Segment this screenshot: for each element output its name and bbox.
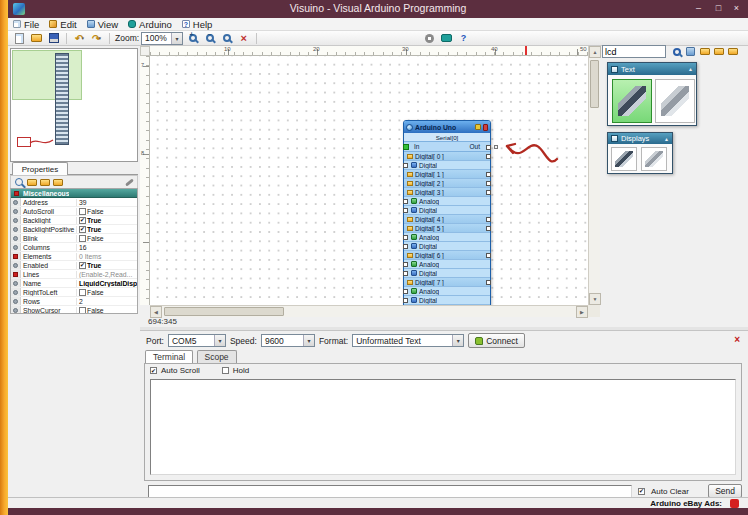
upload-to-arduino-button[interactable] bbox=[439, 32, 454, 45]
minimize-button[interactable]: – bbox=[689, 1, 708, 15]
property-checkbox[interactable] bbox=[79, 217, 86, 224]
wrench-icon[interactable] bbox=[475, 124, 481, 130]
input-connector[interactable] bbox=[403, 199, 408, 204]
menu-edit[interactable]: Edit bbox=[44, 18, 81, 31]
input-connector[interactable] bbox=[403, 235, 408, 240]
output-connector[interactable] bbox=[486, 253, 491, 258]
search-properties-button[interactable] bbox=[14, 178, 24, 187]
toolbox-item-text[interactable] bbox=[655, 79, 695, 123]
serial-channel-header[interactable]: Serial[0] bbox=[404, 133, 490, 142]
hold-checkbox[interactable] bbox=[222, 367, 229, 374]
settings-button[interactable] bbox=[422, 32, 437, 45]
pin-row[interactable]: Digital bbox=[404, 242, 490, 251]
flat-view-button[interactable] bbox=[726, 45, 739, 58]
collapse-categories-button[interactable] bbox=[698, 45, 711, 58]
design-canvas[interactable]: Arduino Uno Serial[0] In Out Digital[ 0 … bbox=[150, 56, 588, 305]
scrollbar-thumb[interactable] bbox=[164, 307, 284, 316]
tab-scope[interactable]: Scope bbox=[197, 350, 237, 363]
property-checkbox[interactable] bbox=[79, 235, 86, 242]
category-header[interactable]: Text ▲ bbox=[608, 63, 696, 75]
pin-marker-icon[interactable] bbox=[483, 124, 488, 131]
property-checkbox[interactable] bbox=[79, 226, 86, 233]
input-connector[interactable] bbox=[403, 289, 408, 294]
output-connector[interactable] bbox=[486, 154, 491, 159]
pin-row[interactable]: Digital bbox=[404, 206, 490, 215]
channel-row[interactable]: Digital[ 6 ] bbox=[404, 251, 490, 260]
property-checkbox[interactable] bbox=[79, 289, 86, 296]
redo-button[interactable]: ↷▾ bbox=[89, 32, 104, 45]
pin-row[interactable]: Analog bbox=[404, 233, 490, 242]
collapse-icon[interactable]: ▲ bbox=[688, 66, 693, 72]
tab-properties[interactable]: Properties bbox=[12, 162, 68, 175]
send-button[interactable]: Send bbox=[708, 484, 742, 498]
port-combobox[interactable]: COM5▾ bbox=[168, 334, 226, 347]
pin-row[interactable]: Analog bbox=[404, 287, 490, 296]
pin-row[interactable]: Digital bbox=[404, 269, 490, 278]
component-header[interactable]: Arduino Uno bbox=[404, 121, 490, 133]
arduino-uno-component[interactable]: Arduino Uno Serial[0] In Out Digital[ 0 … bbox=[403, 120, 491, 305]
scroll-down-icon[interactable]: ▼ bbox=[589, 293, 601, 305]
toolbox-item-display-2[interactable] bbox=[641, 147, 667, 171]
new-project-button[interactable] bbox=[12, 32, 27, 45]
output-connector[interactable] bbox=[486, 172, 491, 177]
pin-row[interactable]: Analog bbox=[404, 260, 490, 269]
channel-row[interactable]: Digital[ 7 ] bbox=[404, 278, 490, 287]
component-search-input[interactable] bbox=[602, 45, 666, 58]
channel-row[interactable]: Digital[ 0 ] bbox=[404, 152, 490, 161]
scrollbar-thumb[interactable] bbox=[590, 60, 599, 108]
output-connector[interactable] bbox=[486, 280, 491, 285]
channel-row[interactable]: Digital[ 2 ] bbox=[404, 179, 490, 188]
input-connector[interactable] bbox=[403, 208, 408, 213]
property-checkbox[interactable] bbox=[79, 262, 86, 269]
property-category[interactable]: Miscellaneous bbox=[11, 189, 137, 198]
vertical-scrollbar[interactable]: ▲ ▼ bbox=[588, 46, 600, 305]
input-connector[interactable] bbox=[403, 244, 408, 249]
channel-row[interactable]: Digital[ 1 ] bbox=[404, 170, 490, 179]
toolbox-item-lcd-selected[interactable] bbox=[612, 79, 652, 123]
save-project-button[interactable] bbox=[46, 32, 61, 45]
close-button[interactable]: × bbox=[727, 1, 746, 15]
toolbox-item-display-1[interactable] bbox=[611, 147, 637, 171]
overview-navigator[interactable] bbox=[10, 48, 138, 162]
maximize-button[interactable]: □ bbox=[709, 1, 728, 15]
horizontal-scrollbar[interactable]: ◀ ▶ bbox=[150, 305, 588, 317]
output-connector[interactable] bbox=[486, 226, 491, 231]
zoom-fit-button[interactable] bbox=[219, 32, 234, 45]
output-connector[interactable] bbox=[486, 217, 491, 222]
input-connector[interactable] bbox=[403, 271, 408, 276]
menu-file[interactable]: File bbox=[8, 18, 44, 31]
serial-out-external-connector[interactable] bbox=[494, 145, 498, 149]
serial-in-connector[interactable] bbox=[403, 144, 409, 150]
component-search-button[interactable] bbox=[670, 45, 683, 58]
category-header[interactable]: Displays ▲ bbox=[608, 133, 672, 144]
expand-categories-button[interactable] bbox=[712, 45, 725, 58]
menu-arduino[interactable]: Arduino bbox=[123, 18, 177, 31]
menu-view[interactable]: View bbox=[82, 18, 123, 31]
help-button[interactable]: ? bbox=[456, 32, 471, 45]
channel-row[interactable]: Digital[ 4 ] bbox=[404, 215, 490, 224]
ad-icon[interactable] bbox=[730, 499, 739, 508]
property-checkbox[interactable] bbox=[79, 208, 86, 215]
collapse-icon[interactable]: ▲ bbox=[664, 136, 669, 142]
output-connector[interactable] bbox=[486, 181, 491, 186]
advanced-properties-button[interactable] bbox=[124, 178, 134, 187]
auto-clear-checkbox[interactable] bbox=[638, 488, 645, 495]
alphabetical-view-button[interactable] bbox=[40, 178, 50, 187]
menu-help[interactable]: ?Help bbox=[177, 18, 218, 31]
tab-terminal[interactable]: Terminal bbox=[145, 350, 193, 363]
delete-button[interactable]: × bbox=[236, 32, 251, 45]
send-message-input[interactable] bbox=[148, 485, 632, 498]
pin-row[interactable]: Digital bbox=[404, 296, 490, 305]
property-checkbox[interactable] bbox=[79, 307, 86, 314]
scroll-up-icon[interactable]: ▲ bbox=[589, 46, 601, 58]
channel-row[interactable]: Digital[ 3 ] bbox=[404, 188, 490, 197]
input-connector[interactable] bbox=[403, 163, 408, 168]
zoom-combobox[interactable]: 100% ▾ bbox=[141, 32, 183, 45]
close-panel-icon[interactable]: × bbox=[734, 334, 740, 345]
channel-row[interactable]: Digital[ 5 ] bbox=[404, 224, 490, 233]
zoom-out-button[interactable] bbox=[202, 32, 217, 45]
zoom-in-button[interactable] bbox=[185, 32, 200, 45]
speed-combobox[interactable]: 9600▾ bbox=[261, 334, 315, 347]
serial-out-connector[interactable] bbox=[486, 145, 491, 150]
input-connector[interactable] bbox=[403, 298, 408, 303]
